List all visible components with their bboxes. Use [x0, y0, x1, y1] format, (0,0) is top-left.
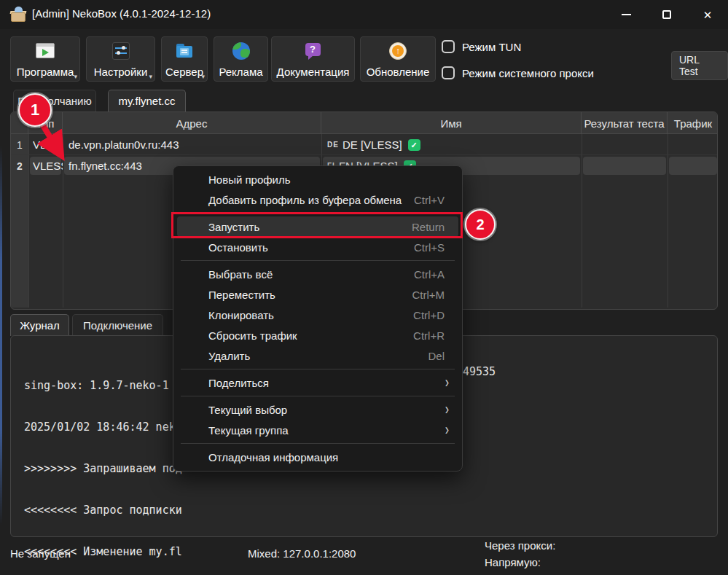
- tab-my-flynet-cc[interactable]: my.flynet.cc: [108, 90, 186, 112]
- sliders-icon: [111, 42, 131, 60]
- cell-traffic-empty: [669, 157, 717, 175]
- app-window-play-icon: [35, 42, 55, 60]
- col-header-test-result[interactable]: Результат теста: [582, 112, 668, 134]
- settings-button[interactable]: Настройки ▾: [86, 36, 155, 82]
- update-button[interactable]: ↑ Обновление: [360, 36, 436, 82]
- status-via-proxy: Через прокси:: [485, 539, 555, 552]
- tab-connection[interactable]: Подключение: [72, 314, 163, 336]
- ads-button-label: Реклама: [219, 66, 262, 78]
- profile-name: DE [VLESS]: [343, 138, 402, 151]
- url-test-button[interactable]: URL Test: [671, 51, 728, 80]
- menu-item-current-group[interactable]: Текущая группа: [173, 420, 462, 440]
- nekobox-window: [Admin] NekoBox (4.0.1-2024-12-12) ✕ Про…: [0, 0, 728, 575]
- folder-icon: [174, 42, 195, 60]
- menu-item-delete[interactable]: УдалитьDel: [173, 345, 462, 366]
- ads-button[interactable]: Реклама: [214, 36, 268, 82]
- annotation-step-2-badge: 2: [465, 209, 496, 240]
- log-line: <<<<<<<< Запрос подписки: [24, 504, 189, 517]
- close-icon: ✕: [703, 9, 713, 20]
- row-number: 1: [11, 134, 28, 155]
- menu-item-add-from-clipboard[interactable]: Добавить профиль из буфера обменаCtrl+V: [173, 189, 462, 210]
- menu-item-reset-traffic[interactable]: Сбросить трафикCtrl+R: [173, 325, 462, 345]
- flag-prefix: DE: [327, 141, 339, 149]
- documentation-button-label: Документация: [277, 66, 350, 78]
- log-line: >>>>>>>> Запрашиваем под: [24, 462, 189, 476]
- menu-item-current-select[interactable]: Текущий выбор: [173, 399, 462, 420]
- menu-item-stop[interactable]: ОстановитьCtrl+S: [173, 237, 462, 257]
- maximize-icon: [662, 10, 671, 19]
- log-line: sing-box: 1.9.7-neko-1 N: [24, 379, 189, 393]
- window-edge-highlight: [0, 146, 2, 525]
- cell-address: de.vpn.platun0v.ru:443: [69, 134, 320, 155]
- col-header-address[interactable]: Адрес: [63, 112, 321, 134]
- menu-item-clone[interactable]: КлонироватьCtrl+D: [173, 305, 462, 325]
- menu-separator: [181, 396, 455, 396]
- menu-separator: [181, 260, 455, 261]
- cell-name: DE DE [VLESS]: [327, 134, 579, 155]
- menu-item-move[interactable]: ПереместитьCtrl+M: [173, 284, 462, 305]
- program-button-label: Программа: [17, 66, 74, 78]
- col-header-traffic[interactable]: Трафик: [668, 112, 718, 134]
- status-direct: Напрямую:: [485, 556, 541, 568]
- cell-test-result-empty: [583, 157, 666, 175]
- close-button[interactable]: ✕: [687, 0, 728, 29]
- documentation-button[interactable]: ? Документация: [271, 36, 355, 82]
- menu-separator: [181, 369, 455, 369]
- menu-item-new-profile[interactable]: Новый профиль: [173, 169, 462, 189]
- tun-mode-checkbox[interactable]: [442, 40, 455, 53]
- menu-item-share[interactable]: Поделиться: [173, 372, 462, 393]
- update-arrow-icon: ↑: [388, 42, 408, 60]
- program-button[interactable]: Программа ▾: [10, 36, 80, 82]
- menu-item-select-all[interactable]: Выбрать всёCtrl+A: [173, 264, 462, 284]
- log-line-fragment: 49535: [463, 365, 496, 378]
- system-proxy-checkbox[interactable]: [442, 66, 455, 79]
- question-bubble-icon: ?: [303, 42, 324, 60]
- settings-button-label: Настройки: [94, 66, 148, 78]
- minimize-icon: [622, 14, 631, 15]
- status-listen-address: Mixed: 127.0.0.1:2080: [248, 547, 356, 560]
- app-icon: [10, 7, 26, 23]
- tun-mode-label: Режим TUN: [462, 41, 521, 53]
- dropdown-caret-icon: ▾: [149, 73, 152, 80]
- maximize-button[interactable]: [646, 0, 687, 29]
- server-button[interactable]: Сервер ▾: [161, 36, 208, 82]
- tab-log[interactable]: Журнал: [10, 314, 69, 336]
- log-text: sing-box: 1.9.7-neko-1 N 2025/01/02 18:4…: [24, 351, 189, 575]
- globe-icon: [231, 42, 251, 60]
- annotation-highlight-rect: [171, 212, 463, 238]
- dropdown-caret-icon: ▾: [74, 73, 77, 80]
- window-title: [Admin] NekoBox (4.0.1-2024-12-12): [32, 7, 211, 20]
- system-proxy-label: Режим системного прокси: [462, 67, 594, 79]
- dropdown-caret-icon: ▾: [201, 73, 205, 80]
- minimize-button[interactable]: [606, 0, 646, 29]
- context-menu: Новый профиль Добавить профиль из буфера…: [173, 165, 463, 472]
- col-header-name[interactable]: Имя: [321, 112, 582, 134]
- status-run-state: Не запущен: [10, 547, 71, 560]
- annotation-step-1-badge: 1: [18, 93, 52, 127]
- menu-item-debug-info[interactable]: Отладочная информация: [173, 447, 462, 467]
- update-button-label: Обновление: [367, 66, 430, 78]
- table-row[interactable]: 1 VLESS de.vpn.platun0v.ru:443 DE DE [VL…: [11, 134, 717, 155]
- table-header: Тип Адрес Имя Результат теста Трафик: [11, 112, 717, 134]
- title-bar: [Admin] NekoBox (4.0.1-2024-12-12) ✕: [0, 0, 728, 29]
- server-button-label: Сервер: [165, 66, 203, 78]
- row-number: 2: [11, 155, 28, 176]
- log-line: 2025/01/02 18:46:42 neko: [24, 421, 189, 434]
- enabled-check-icon: [408, 139, 420, 151]
- menu-separator: [181, 443, 455, 444]
